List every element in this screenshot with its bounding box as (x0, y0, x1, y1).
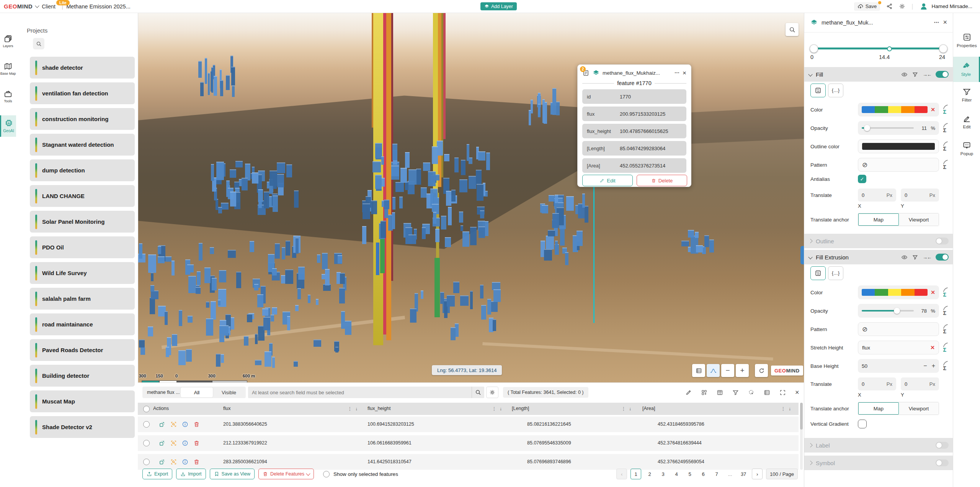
extrusion-pattern-select[interactable]: ⊘ (858, 322, 939, 336)
table-row[interactable]: 212.1233367919922 106.0616683959961 85.0… (138, 435, 799, 451)
page-number[interactable]: 37 (738, 469, 748, 479)
panel-close-icon[interactable]: × (943, 18, 947, 26)
column-menu-icon[interactable]: ⋮ (781, 406, 786, 412)
locate-feature-icon[interactable] (170, 459, 177, 465)
column-header-flux-height[interactable]: flux_height (368, 406, 390, 411)
project-item[interactable]: road maintainance (30, 313, 135, 335)
zoom-to-feature-icon[interactable] (159, 459, 165, 465)
project-item[interactable]: dump detection (30, 159, 135, 181)
base-height-stepper[interactable]: 50−+ (858, 359, 939, 373)
project-item[interactable]: Stagnant waterd detection (30, 134, 135, 156)
row-checkbox[interactable] (143, 459, 150, 465)
info-icon[interactable] (182, 459, 188, 465)
page-ellipsis[interactable]: ... (725, 469, 735, 479)
projects-search-button[interactable] (33, 38, 44, 49)
select-all-checkbox[interactable] (143, 406, 150, 412)
collapse-arrows-icon[interactable]: →← (923, 254, 931, 260)
page-size-select[interactable]: 100 / Page (766, 469, 798, 479)
column-header-area[interactable]: [Area] (642, 406, 655, 411)
project-item[interactable]: PDO Oil (30, 236, 135, 258)
settings-gear-icon[interactable] (899, 3, 905, 10)
expression-sigma-icon[interactable] (941, 141, 950, 152)
clear-icon[interactable]: ✕ (930, 344, 935, 351)
panel-collapse-handle[interactable] (800, 246, 804, 264)
project-item[interactable]: LAND CHANGE (30, 185, 135, 207)
edit-feature-button[interactable]: Edit (582, 175, 633, 186)
page-number[interactable]: 6 (698, 469, 708, 479)
sidebar-item-tools[interactable]: Tools (0, 90, 16, 103)
zoom-in-button[interactable]: + (736, 364, 749, 377)
translate-x-input[interactable]: 0Px (858, 189, 896, 202)
project-item[interactable]: ventilation fan detection (30, 82, 135, 104)
user-menu[interactable]: Hamed Mirsade... (919, 2, 972, 11)
extrusion-color-picker[interactable]: ✕ (858, 285, 939, 299)
expression-sigma-icon[interactable] (941, 104, 950, 115)
section-header-outline[interactable]: Outline (804, 234, 953, 248)
tab-json-editor[interactable]: {…} (828, 266, 843, 280)
column-header-length[interactable]: [Length] (512, 406, 529, 411)
expression-sigma-icon[interactable] (941, 305, 950, 316)
save-as-view-button[interactable]: Save as View (210, 469, 255, 479)
workspace-chevron-icon[interactable] (35, 3, 39, 8)
table-grid-icon[interactable] (717, 389, 723, 396)
clear-icon[interactable]: ✕ (931, 289, 935, 295)
show-only-selected-checkbox[interactable] (323, 471, 330, 477)
share-icon[interactable] (886, 3, 893, 10)
project-item[interactable]: Muscat Map (30, 390, 135, 412)
expression-sigma-icon[interactable] (941, 360, 950, 372)
page-number[interactable]: 5 (685, 469, 695, 479)
feature-search-input[interactable] (248, 387, 472, 398)
delete-feature-button[interactable]: Delete (637, 175, 687, 186)
popup-menu-icon[interactable]: ••• (675, 71, 679, 75)
project-item[interactable]: construction monitoring (30, 108, 135, 130)
import-button[interactable]: Import (176, 469, 206, 479)
slider-handle-max[interactable] (939, 44, 947, 53)
zoom-to-feature-icon[interactable] (159, 421, 165, 428)
client-menu[interactable]: Client (42, 3, 56, 10)
tab-visible[interactable]: Visible (213, 390, 245, 395)
page-number[interactable]: 2 (645, 469, 655, 479)
row-checkbox[interactable] (143, 421, 150, 428)
column-menu-icon[interactable]: ⋮ (492, 406, 497, 412)
tab-form-editor[interactable] (810, 84, 826, 97)
tab-json-editor[interactable]: {…} (828, 84, 843, 97)
panel-tab-popup[interactable]: Popup (953, 141, 980, 156)
translate-x-input[interactable]: 0Px (858, 377, 896, 390)
fullscreen-icon[interactable] (779, 389, 786, 396)
locate-feature-icon[interactable] (170, 421, 177, 428)
translate-y-input[interactable]: 0Px (901, 377, 939, 390)
close-table-icon[interactable]: × (795, 389, 799, 397)
delete-row-icon[interactable] (193, 421, 200, 428)
sidebar-item-geoai[interactable]: GeoAI (0, 115, 16, 137)
expression-sigma-icon[interactable] (941, 323, 950, 335)
symbol-visibility-toggle[interactable] (936, 459, 949, 466)
antialias-checkbox[interactable]: ✓ (858, 175, 866, 183)
info-icon[interactable] (182, 421, 188, 428)
expression-sigma-icon[interactable] (941, 287, 950, 298)
layer-chip[interactable]: methane flux ... (142, 387, 184, 398)
section-header-label[interactable]: Label (804, 438, 953, 453)
sidebar-item-basemap[interactable]: Base Map (0, 62, 16, 75)
panel-tab-edit[interactable]: Edit (953, 114, 980, 129)
page-number-active[interactable]: 1 (630, 469, 641, 479)
panel-menu-icon[interactable]: ••• (934, 20, 939, 25)
tab-form-editor[interactable] (810, 266, 826, 280)
sidebar-item-layers[interactable]: Layers (0, 34, 16, 48)
f</span>ill-opacity-slider[interactable]: 11% (858, 121, 939, 135)
expression-sigma-icon[interactable] (941, 159, 950, 171)
anchor-map-option[interactable]: Map (858, 213, 899, 226)
fill-visibility-toggle[interactable] (936, 71, 949, 78)
add-layer-button[interactable]: Add Layer (480, 2, 517, 10)
zoom-range-slider[interactable] (810, 46, 947, 50)
table-row[interactable]: 201.3883056640625 100.69415283203125 85.… (138, 416, 799, 432)
column-header-flux[interactable]: flux (223, 406, 230, 411)
project-item[interactable]: Paved Roads Detector (30, 339, 135, 361)
section-header-fill-extrusion[interactable]: Fill Extrusion →← (804, 250, 953, 264)
expression-sigma-icon[interactable] (941, 122, 950, 134)
project-item[interactable]: Solar Panel Monitoring (30, 211, 135, 233)
popup-close-icon[interactable]: × (683, 70, 686, 76)
label-visibility-toggle[interactable] (936, 442, 949, 449)
translate-y-input[interactable]: 0Px (901, 189, 939, 202)
column-menu-icon[interactable]: ⋮ (348, 406, 352, 412)
sort-icon[interactable]: ↓ (789, 406, 791, 412)
